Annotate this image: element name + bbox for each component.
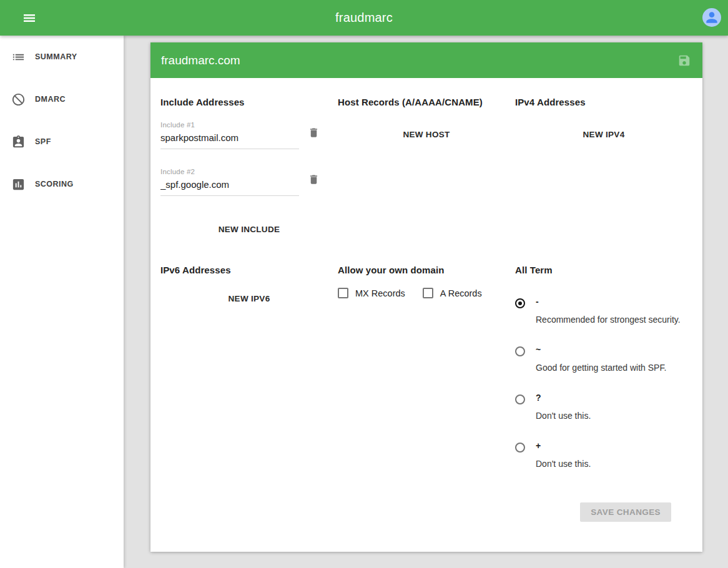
new-ipv6-button[interactable]: NEW IPV6 <box>220 288 279 310</box>
sidebar-item-scoring[interactable]: SCORING <box>0 163 124 205</box>
delete-include-1-button[interactable] <box>308 125 322 139</box>
list-icon <box>11 50 26 64</box>
mx-records-checkbox-group[interactable]: MX Records <box>338 288 405 298</box>
include-1-input[interactable] <box>160 129 299 149</box>
sidebar-item-dmarc[interactable]: DMARC <box>0 78 124 120</box>
include-2-label: Include #2 <box>160 168 299 175</box>
own-domain-section: Allow your own domain MX Records A Recor… <box>338 265 515 469</box>
hamburger-menu-icon <box>22 11 37 26</box>
include-addresses-section: Include Addresses Include #1 <box>160 97 338 265</box>
mx-records-checkbox[interactable] <box>338 288 348 298</box>
option-symbol: ? <box>536 394 591 402</box>
sidebar-item-label: SCORING <box>35 180 74 189</box>
hamburger-menu-button[interactable] <box>21 10 37 26</box>
person-icon <box>704 8 720 27</box>
include-field-row: Include #2 <box>160 168 338 196</box>
badge-icon <box>11 135 26 149</box>
delete-include-2-button[interactable] <box>308 172 322 186</box>
main-content: fraudmarc.com Include Addresses Include … <box>124 36 728 568</box>
domain-title: fraudmarc.com <box>161 54 240 67</box>
domain-card: fraudmarc.com Include Addresses Include … <box>150 42 702 552</box>
include-field-row: Include #1 <box>160 121 338 149</box>
a-records-label: A Records <box>440 288 482 298</box>
sidebar: SUMMARY DMARC SPF SCORING <box>0 36 124 568</box>
all-term-title: All Term <box>515 265 692 275</box>
ipv4-section: IPv4 Addresses NEW IPV4 <box>515 97 692 265</box>
new-ipv4-button[interactable]: NEW IPV4 <box>574 124 634 145</box>
floppy-save-icon <box>677 54 691 67</box>
a-records-checkbox-group[interactable]: A Records <box>423 288 482 298</box>
radio-button[interactable] <box>515 394 525 404</box>
sidebar-item-label: SUMMARY <box>35 52 77 61</box>
radio-button[interactable] <box>515 346 525 356</box>
trash-icon <box>308 127 322 139</box>
card-header: fraudmarc.com <box>150 42 702 78</box>
radio-button[interactable] <box>515 443 525 453</box>
ipv6-section: IPv6 Addresses NEW IPV6 <box>160 265 338 469</box>
sidebar-item-spf[interactable]: SPF <box>0 120 124 163</box>
radio-button[interactable] <box>515 298 525 308</box>
a-records-checkbox[interactable] <box>423 288 433 298</box>
all-term-option-pass[interactable]: + Don't use this. <box>515 442 692 469</box>
app-title: fraudmarc <box>335 11 393 25</box>
all-term-section: All Term - Recommended for strongest sec… <box>515 265 692 469</box>
option-description: Don't use this. <box>536 411 591 421</box>
host-records-title: Host Records (A/AAAA/CNAME) <box>338 97 515 107</box>
sidebar-item-summary[interactable]: SUMMARY <box>0 36 124 78</box>
bar-chart-icon <box>11 177 26 192</box>
option-symbol: ~ <box>536 346 666 354</box>
card-body: Include Addresses Include #1 <box>150 78 702 552</box>
ipv4-title: IPv4 Addresses <box>515 97 692 107</box>
trash-icon <box>308 174 322 185</box>
new-include-button[interactable]: NEW INCLUDE <box>210 218 289 240</box>
sidebar-item-label: SPF <box>35 137 51 146</box>
all-term-option-neutral[interactable]: ? Don't use this. <box>515 394 692 421</box>
app-toolbar: fraudmarc <box>0 0 728 36</box>
option-description: Good for getting started with SPF. <box>536 363 666 373</box>
sidebar-item-label: DMARC <box>35 95 66 104</box>
option-description: Recommended for strongest security. <box>536 315 681 325</box>
new-host-button[interactable]: NEW HOST <box>394 124 458 145</box>
host-records-section: Host Records (A/AAAA/CNAME) NEW HOST <box>338 97 515 265</box>
save-icon-button[interactable] <box>677 53 692 68</box>
option-description: Don't use this. <box>536 459 591 469</box>
block-icon <box>11 92 26 107</box>
all-term-option-fail[interactable]: - Recommended for strongest security. <box>515 298 692 325</box>
option-symbol: + <box>536 442 591 450</box>
own-domain-title: Allow your own domain <box>338 265 515 275</box>
include-1-label: Include #1 <box>160 121 299 129</box>
save-changes-button[interactable]: SAVE CHANGES <box>580 502 671 522</box>
mx-records-label: MX Records <box>355 288 405 298</box>
option-symbol: - <box>536 298 681 306</box>
user-avatar[interactable] <box>702 8 721 27</box>
all-term-option-softfail[interactable]: ~ Good for getting started with SPF. <box>515 346 692 373</box>
include-2-input[interactable] <box>160 175 299 196</box>
include-addresses-title: Include Addresses <box>160 97 338 107</box>
ipv6-title: IPv6 Addresses <box>160 265 338 275</box>
